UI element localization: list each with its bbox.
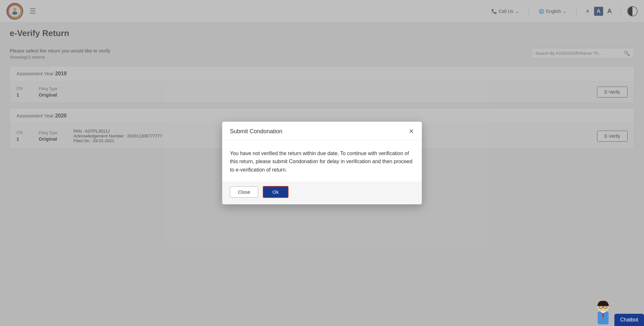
- close-button[interactable]: Close: [230, 186, 258, 198]
- modal-header: Submit Condonation ✕: [222, 122, 422, 140]
- modal-overlay: Submit Condonation ✕ You have not verifi…: [0, 0, 644, 326]
- modal-message: You have not verified the return within …: [230, 149, 414, 174]
- chatbot-label[interactable]: Chatbot: [614, 314, 644, 326]
- modal-close-button[interactable]: ✕: [409, 128, 414, 135]
- modal-footer: Close Ok: [222, 182, 422, 204]
- modal-title: Submit Condonation: [230, 128, 282, 135]
- chatbot-widget: Chatbot: [592, 297, 644, 326]
- chatbot-avatar: [592, 297, 614, 326]
- modal-body: You have not verified the return within …: [222, 140, 422, 182]
- modal: Submit Condonation ✕ You have not verifi…: [222, 122, 422, 205]
- ok-button[interactable]: Ok: [263, 186, 288, 198]
